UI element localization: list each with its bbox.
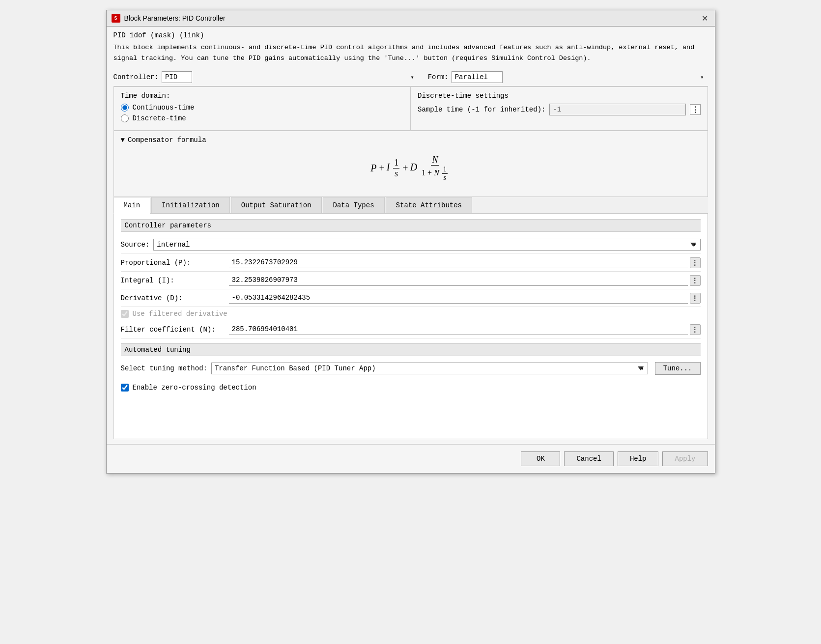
filter-coeff-row: Filter coefficient (N): ⋮	[121, 321, 701, 338]
derivative-label: Derivative (D):	[121, 294, 229, 302]
tuning-method-select[interactable]: Transfer Function Based (PID Tuner App)	[211, 363, 648, 374]
tab-initialization[interactable]: Initialization	[151, 197, 230, 213]
proportional-menu-btn[interactable]: ⋮	[690, 257, 701, 268]
source-select[interactable]: internal	[153, 239, 700, 251]
formula-I-wrap: I 1 s	[387, 158, 401, 179]
cancel-button[interactable]: Cancel	[564, 451, 613, 466]
time-domain-panel: Time domain: Continuous-time Discrete-ti…	[113, 86, 708, 131]
proportional-label: Proportional (P):	[121, 259, 229, 267]
derivative-menu-btn[interactable]: ⋮	[690, 293, 701, 304]
use-filtered-row: Use filtered derivative	[121, 307, 701, 321]
form-dropdown-icon: ▾	[700, 74, 704, 81]
block-parameters-dialog: S Block Parameters: PID Controller ✕ PID…	[106, 10, 715, 474]
filter-coeff-input[interactable]	[229, 324, 688, 335]
proportional-row: Proportional (P): ⋮	[121, 254, 701, 272]
integral-menu-btn[interactable]: ⋮	[690, 275, 701, 286]
zero-crossing-row: Enable zero-crossing detection	[121, 381, 701, 394]
compensator-section: ▼ Compensator formula P + I 1 s + D	[113, 131, 708, 197]
proportional-input[interactable]	[229, 257, 688, 268]
integral-input[interactable]	[229, 275, 688, 286]
formula-frac-N: N 1 + N 1 s	[421, 155, 450, 182]
formula-frac-1s-inner: 1 s	[442, 166, 448, 182]
derivative-input-wrap: ⋮	[229, 292, 701, 304]
block-subtitle: PID 1dof (mask) (link)	[113, 31, 708, 39]
continuous-time-radio-row: Continuous-time	[121, 104, 404, 112]
apply-button[interactable]: Apply	[662, 451, 708, 466]
tab-main[interactable]: Main	[113, 197, 151, 214]
formula-P: P +	[370, 163, 385, 174]
collapse-icon[interactable]: ▼	[121, 136, 125, 144]
formula-frac-1s: 1 s	[393, 158, 399, 179]
discrete-time-radio-row: Discrete-time	[121, 114, 404, 122]
formula-D-wrap: D N 1 + N 1 s	[410, 155, 451, 182]
proportional-input-wrap: ⋮	[229, 257, 701, 268]
filter-coeff-menu-btn[interactable]: ⋮	[690, 324, 701, 335]
tab-data-types[interactable]: Data Types	[323, 197, 385, 213]
continuous-time-radio[interactable]	[121, 104, 129, 112]
window-title: Block Parameters: PID Controller	[124, 14, 226, 22]
sample-time-menu-btn[interactable]: ⋮	[690, 104, 701, 115]
time-domain-label: Time domain:	[121, 92, 404, 100]
discrete-time-label: Discrete-time	[133, 114, 186, 122]
ok-button[interactable]: OK	[521, 451, 560, 466]
tab-output-saturation[interactable]: Output Saturation	[231, 197, 322, 213]
form-label: Form:	[428, 73, 449, 81]
spacer	[121, 394, 701, 434]
tuning-row: Select tuning method: Transfer Function …	[121, 360, 701, 377]
source-row: Source: internal ▾	[121, 236, 701, 254]
tab-state-attributes[interactable]: State Attributes	[386, 197, 472, 213]
controller-select[interactable]: PID	[162, 71, 192, 83]
zero-crossing-label: Enable zero-crossing detection	[133, 384, 256, 392]
controller-params-header: Controller parameters	[121, 219, 701, 232]
sample-time-input[interactable]	[549, 104, 685, 115]
derivative-input[interactable]	[229, 292, 688, 304]
derivative-row: Derivative (D): ⋮	[121, 289, 701, 307]
block-description: This block implements continuous- and di…	[113, 42, 708, 63]
titlebar: S Block Parameters: PID Controller ✕	[107, 10, 715, 27]
tabs-bar: Main Initialization Output Saturation Da…	[113, 197, 708, 214]
help-button[interactable]: Help	[618, 451, 659, 466]
source-label: Source:	[121, 241, 150, 249]
controller-dropdown-icon: ▾	[410, 74, 414, 81]
automated-tuning-header: Automated tuning	[121, 343, 701, 356]
filter-coeff-input-wrap: ⋮	[229, 324, 701, 335]
sample-time-row: Sample time (-1 for inherited): ⋮	[418, 104, 701, 115]
use-filtered-checkbox	[121, 310, 129, 318]
formula-plus-D: +	[402, 163, 408, 174]
form-select[interactable]: Parallel	[452, 71, 503, 83]
continuous-time-label: Continuous-time	[133, 104, 195, 112]
close-button[interactable]: ✕	[700, 13, 710, 23]
integral-row: Integral (I): ⋮	[121, 272, 701, 289]
integral-label: Integral (I):	[121, 277, 229, 284]
automated-tuning-section: Automated tuning Select tuning method: T…	[121, 343, 701, 377]
discrete-time-radio[interactable]	[121, 114, 129, 122]
formula-container: P + I 1 s + D N 1 + N	[121, 150, 701, 192]
zero-crossing-checkbox[interactable]	[121, 384, 129, 392]
right-panel: Discrete-time settings Sample time (-1 f…	[411, 87, 708, 130]
simulink-icon: S	[112, 14, 120, 23]
integral-input-wrap: ⋮	[229, 275, 701, 286]
select-tuning-label: Select tuning method:	[121, 364, 207, 372]
controller-form-row: Controller: PID ▾ Form: Parallel ▾	[113, 68, 708, 86]
sample-time-label: Sample time (-1 for inherited):	[418, 106, 545, 113]
left-panel: Time domain: Continuous-time Discrete-ti…	[114, 87, 411, 130]
titlebar-left: S Block Parameters: PID Controller	[112, 14, 226, 23]
tune-button[interactable]: Tune...	[655, 362, 701, 375]
main-tab-content: Controller parameters Source: internal ▾…	[113, 214, 708, 439]
filter-coeff-label: Filter coefficient (N):	[121, 326, 229, 334]
formula: P + I 1 s + D N 1 + N	[370, 155, 451, 182]
compensator-label: Compensator formula	[128, 136, 206, 144]
compensator-title: ▼ Compensator formula	[121, 136, 701, 144]
bottom-buttons: OK Cancel Help Apply	[107, 444, 715, 473]
use-filtered-label: Use filtered derivative	[133, 310, 227, 318]
dialog-content: PID 1dof (mask) (link) This block implem…	[107, 27, 715, 444]
discrete-settings-label: Discrete-time settings	[418, 92, 701, 100]
controller-label: Controller:	[113, 73, 159, 81]
